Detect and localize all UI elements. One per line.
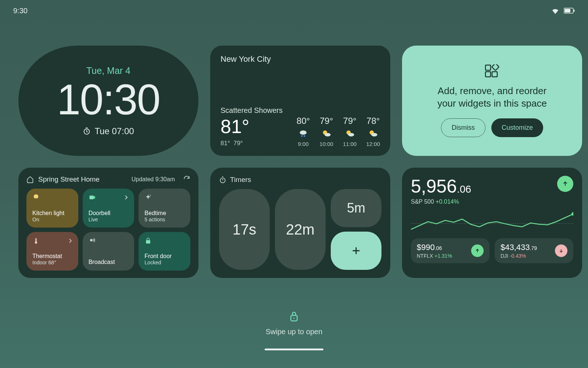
partly-cloudy-icon — [345, 128, 355, 139]
svg-rect-16 — [492, 64, 499, 71]
rain-icon — [298, 128, 308, 139]
plus-icon — [351, 246, 361, 256]
clock-widget[interactable]: Tue, Mar 4 10:30 Tue 07:00 — [18, 46, 198, 156]
sparkline-chart — [411, 209, 573, 235]
tile-bedtime[interactable]: Bedtime5 actions — [139, 189, 190, 228]
svg-rect-14 — [485, 72, 491, 77]
trend-up-icon — [557, 176, 573, 192]
clock-date: Tue, Mar 4 — [86, 65, 130, 76]
lock-area[interactable]: Swipe up to open — [0, 311, 588, 350]
swipe-hint: Swipe up to open — [266, 328, 323, 336]
stopwatch-icon — [219, 176, 226, 183]
clock-alarm: Tue 07:00 — [83, 126, 134, 136]
alarm-time: Tue 07:00 — [94, 126, 134, 136]
stock-card[interactable]: $990.06 NTFLX +1.31% — [411, 238, 490, 263]
thermometer-icon — [32, 237, 40, 244]
home-icon — [26, 176, 34, 183]
wifi-icon — [551, 7, 559, 14]
svg-point-19 — [90, 239, 93, 242]
home-title: Spring Street Home — [38, 175, 127, 183]
timer-item[interactable]: 22m — [275, 189, 326, 270]
svg-point-4 — [300, 131, 307, 135]
tile-thermostat[interactable]: ThermostatIndoor 68° — [26, 232, 78, 271]
forecast-item: 79° 10:00 — [319, 116, 333, 147]
forecast-item: 78° 12:00 — [366, 116, 380, 147]
timer-item[interactable]: 5m — [331, 189, 381, 227]
trend-up-icon — [471, 244, 484, 257]
svg-rect-13 — [485, 65, 491, 70]
status-bar: 9:30 — [0, 0, 588, 21]
chevron-right-icon — [69, 238, 72, 243]
svg-point-10 — [348, 133, 354, 136]
status-time: 9:30 — [13, 7, 28, 15]
customize-card: Add, remove, and reorder your widgets in… — [402, 46, 582, 156]
lock-icon — [144, 237, 152, 244]
svg-point-21 — [220, 178, 225, 183]
timers-title: Timers — [230, 176, 251, 184]
tile-doorbell[interactable]: DoorbellLive — [83, 189, 135, 228]
partly-cloudy-icon — [368, 128, 378, 139]
forecast-item: 80° 9:00 — [297, 116, 310, 147]
home-widget[interactable]: Spring Street Home Updated 9:30am Kitche… — [18, 168, 198, 278]
weather-widget[interactable]: New York City Scattered Showers 81° 81° … — [210, 46, 390, 156]
tile-kitchen-light[interactable]: Kitchen lightOn — [26, 189, 78, 228]
weather-city: New York City — [220, 54, 380, 64]
stock-main-name: S&P 500 +0.014% — [411, 199, 471, 205]
stock-main-price: 5,956.06 — [411, 176, 471, 197]
tile-front-door[interactable]: Front doorLocked — [139, 232, 190, 271]
nav-handle[interactable] — [265, 349, 323, 350]
svg-point-5 — [301, 135, 303, 137]
camera-icon — [89, 194, 96, 201]
weather-condition: Scattered Showers — [220, 106, 380, 115]
svg-rect-1 — [564, 9, 570, 12]
svg-rect-17 — [89, 196, 94, 199]
svg-point-18 — [150, 195, 151, 196]
sparkle-icon — [144, 194, 152, 201]
svg-rect-15 — [492, 72, 497, 77]
partly-cloudy-icon — [321, 128, 331, 139]
svg-point-6 — [304, 135, 305, 137]
timer-item[interactable]: 17s — [219, 189, 270, 270]
battery-icon — [564, 8, 575, 14]
alarm-icon — [83, 127, 91, 135]
add-timer-button[interactable] — [331, 232, 381, 270]
weather-hilo: 81° 79° — [220, 140, 250, 147]
svg-point-25 — [293, 318, 294, 319]
weather-temp: 81° — [220, 115, 250, 137]
broadcast-icon — [89, 237, 96, 244]
svg-rect-2 — [574, 10, 575, 12]
clock-time: 10:30 — [57, 78, 160, 121]
forecast-item: 79° 11:00 — [343, 116, 357, 147]
refresh-icon — [183, 175, 190, 182]
stock-card[interactable]: $43,433.79 DJI -0.43% — [495, 238, 573, 263]
timers-widget[interactable]: Timers 17s 22m 5m — [210, 168, 390, 278]
trend-down-icon — [555, 244, 567, 257]
forecast-row: 80° 9:00 79° 10:00 79° 11:00 — [297, 116, 380, 147]
svg-point-8 — [325, 133, 330, 136]
stocks-widget[interactable]: 5,956.06 S&P 500 +0.014% $990.06 NTFLX +… — [402, 168, 582, 278]
dismiss-button[interactable]: Dismiss — [441, 118, 485, 137]
lightbulb-icon — [32, 194, 40, 201]
status-icons — [551, 7, 575, 14]
chevron-right-icon — [125, 195, 128, 200]
svg-rect-20 — [146, 240, 150, 243]
tile-broadcast[interactable]: Broadcast — [83, 232, 135, 271]
refresh-button[interactable] — [183, 175, 190, 183]
customize-button[interactable]: Customize — [491, 118, 543, 137]
widgets-icon — [485, 64, 499, 79]
customize-text: Add, remove, and reorder your widgets in… — [433, 85, 551, 110]
lock-icon — [289, 311, 299, 322]
home-updated: Updated 9:30am — [132, 176, 175, 183]
svg-point-23 — [571, 212, 573, 216]
svg-point-12 — [372, 133, 377, 136]
